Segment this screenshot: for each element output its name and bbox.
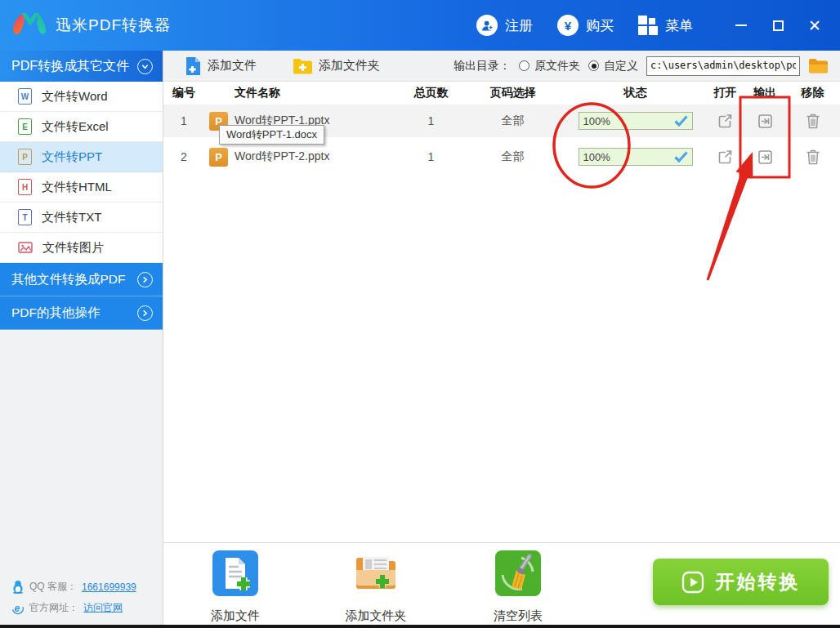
add-folder-icon — [293, 57, 313, 74]
sidebar-item-label: 文件转Word — [42, 89, 108, 105]
footer-add-file-button[interactable]: 添加文件 — [193, 550, 278, 624]
sidebar-item-label: 文件转HTML — [42, 180, 112, 195]
app-title: 迅米PDF转换器 — [56, 15, 171, 36]
footer-bar: 添加文件 添加文件夹 — [163, 542, 840, 625]
col-filename: 文件名称 — [204, 86, 400, 100]
sidebar-item-to-image[interactable]: 文件转图片 — [0, 233, 163, 263]
export-icon — [757, 149, 773, 165]
qq-icon — [11, 580, 25, 594]
html-doc-icon: H — [18, 179, 32, 195]
open-file-button[interactable] — [707, 114, 744, 129]
ppt-file-icon: P — [209, 148, 228, 167]
col-output: 输出 — [744, 86, 786, 100]
remove-file-button[interactable] — [786, 149, 839, 165]
section-label: 其他文件转换成PDF — [11, 271, 126, 288]
col-pages: 总页数 — [400, 86, 462, 100]
col-open: 打开 — [707, 86, 744, 100]
qq-label: QQ 客服： — [29, 580, 77, 594]
radio-original-label: 原文件夹 — [534, 59, 580, 73]
add-folder-button[interactable]: 添加文件夹 — [293, 57, 380, 74]
menu-label: 菜单 — [665, 16, 693, 35]
export-file-button[interactable] — [744, 114, 786, 129]
footer-add-folder-button[interactable]: 添加文件夹 — [333, 550, 418, 624]
app-body: PDF转换成其它文件 W 文件转Word E 文件转Excel P 文件转PPT… — [0, 51, 840, 625]
sidebar-item-label: 文件转图片 — [42, 240, 104, 256]
add-folder-label: 添加文件夹 — [319, 58, 380, 73]
status-cell: 100% — [564, 112, 707, 130]
start-convert-button[interactable]: 开始转换 — [653, 559, 829, 605]
col-no: 编号 — [163, 86, 204, 100]
export-file-button[interactable] — [744, 149, 786, 165]
sidebar-item-to-txt[interactable]: T 文件转TXT — [0, 203, 163, 233]
remove-file-button[interactable] — [786, 113, 839, 129]
qq-number-link[interactable]: 1661699939 — [82, 581, 136, 593]
trash-icon — [806, 113, 820, 129]
row-number: 1 — [163, 114, 204, 127]
sidebar-section-other-to-pdf[interactable]: 其他文件转换成PDF — [0, 263, 163, 296]
titlebar-actions: 注册 ¥ 购买 菜单 ✕ — [476, 15, 829, 36]
official-site-link[interactable]: 访问官网 — [83, 601, 123, 615]
page-count: 1 — [400, 114, 462, 127]
status-cell: 100% — [564, 148, 707, 166]
file-cell: P Word转PPT-2.pptx — [204, 148, 400, 167]
chevron-right-icon — [137, 305, 153, 321]
trash-icon — [806, 149, 820, 165]
check-icon — [674, 151, 688, 163]
ie-browser-icon: e — [11, 602, 25, 615]
output-path-input[interactable] — [646, 56, 800, 76]
txt-doc-icon: T — [18, 209, 32, 225]
sidebar-item-to-word[interactable]: W 文件转Word — [0, 82, 163, 112]
check-icon — [674, 115, 688, 127]
sidebar-item-to-html[interactable]: H 文件转HTML — [0, 172, 163, 203]
radio-original-folder[interactable]: 原文件夹 — [519, 59, 580, 73]
add-file-button[interactable]: 添加文件 — [185, 56, 257, 76]
footer-clear-list-label: 清空列表 — [476, 608, 561, 624]
page-range: 全部 — [462, 114, 564, 128]
progress-value: 100% — [583, 151, 610, 163]
add-file-icon — [185, 56, 202, 76]
progress-bar: 100% — [579, 112, 693, 130]
footer-clear-list-button[interactable]: 清空列表 — [476, 550, 561, 624]
open-external-icon — [717, 149, 733, 165]
excel-doc-icon: E — [18, 118, 32, 135]
sidebar-item-to-excel[interactable]: E 文件转Excel — [0, 112, 163, 142]
yen-icon: ¥ — [557, 15, 579, 36]
radio-custom[interactable]: 自定义 — [588, 59, 638, 73]
minimize-icon — [735, 24, 747, 26]
browse-folder-button[interactable] — [808, 58, 829, 74]
start-convert-label: 开始转换 — [716, 569, 801, 595]
section-label: PDF转换成其它文件 — [11, 58, 129, 75]
table-empty-area — [163, 176, 840, 542]
add-file-label: 添加文件 — [208, 58, 257, 73]
output-dir-group: 输出目录： 原文件夹 自定义 — [454, 56, 829, 76]
sidebar: PDF转换成其它文件 W 文件转Word E 文件转Excel P 文件转PPT… — [0, 51, 163, 625]
add-folder-big-icon — [353, 550, 399, 596]
col-status: 状态 — [564, 86, 707, 100]
register-button[interactable]: 注册 — [476, 15, 533, 36]
close-button[interactable]: ✕ — [807, 18, 822, 33]
col-range: 页码选择 — [462, 86, 564, 100]
svg-text:e: e — [14, 603, 20, 614]
minimize-button[interactable] — [734, 18, 748, 33]
sidebar-item-label: 文件转Excel — [42, 119, 109, 135]
progress-bar: 100% — [579, 148, 693, 166]
maximize-button[interactable] — [771, 18, 785, 33]
menu-button[interactable]: 菜单 — [638, 16, 693, 35]
table-header: 编号 文件名称 总页数 页码选择 状态 打开 输出 移除 — [163, 82, 840, 105]
image-icon — [18, 240, 33, 255]
sidebar-item-label: 文件转TXT — [42, 210, 101, 225]
sidebar-item-to-ppt[interactable]: P 文件转PPT — [0, 142, 163, 172]
play-icon — [681, 571, 704, 594]
footer-add-file-label: 添加文件 — [193, 608, 278, 624]
site-support-line: e 官方网址： 访问官网 — [11, 601, 163, 615]
window-controls: ✕ — [734, 18, 822, 33]
site-label: 官方网址： — [29, 601, 78, 615]
buy-label: 购买 — [586, 16, 614, 35]
radio-custom-label: 自定义 — [604, 59, 638, 73]
buy-button[interactable]: ¥ 购买 — [557, 15, 614, 36]
radio-icon — [519, 60, 529, 71]
sidebar-section-pdf-ops[interactable]: PDF的其他操作 — [0, 296, 163, 330]
open-file-button[interactable] — [707, 149, 744, 165]
sidebar-section-pdf-to-other[interactable]: PDF转换成其它文件 — [0, 51, 163, 82]
menu-grid-icon — [638, 16, 658, 35]
